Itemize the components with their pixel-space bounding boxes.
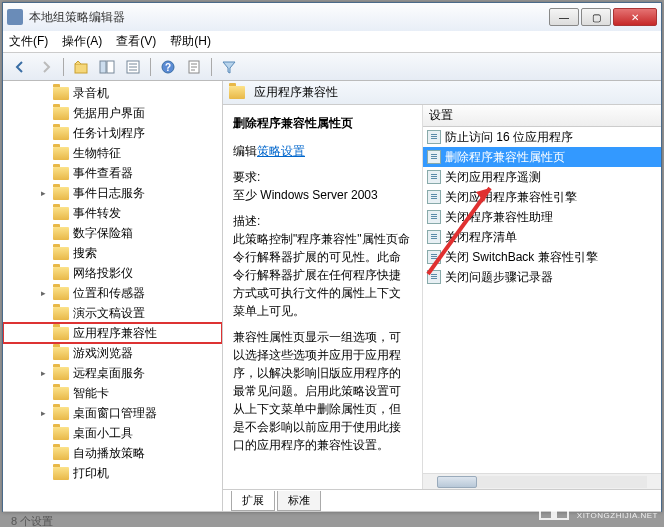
tree-item[interactable]: 凭据用户界面 [3,103,222,123]
folder-icon [53,447,69,460]
tree-pane[interactable]: 录音机凭据用户界面任务计划程序生物特征事件查看器事件日志服务事件转发数字保险箱搜… [3,81,223,511]
tree-item-label: 事件日志服务 [73,185,145,202]
tree-item[interactable]: 智能卡 [3,383,222,403]
setting-item[interactable]: 关闭 SwitchBack 兼容性引擎 [423,247,661,267]
status-text: 8 个设置 [11,515,53,527]
folder-icon [53,347,69,360]
folder-icon [53,187,69,200]
tab-standard[interactable]: 标准 [277,491,321,511]
folder-icon [53,427,69,440]
watermark-logo-icon [537,491,571,521]
policy-icon [427,270,441,284]
tree-item[interactable]: 桌面窗口管理器 [3,403,222,423]
filter-button[interactable] [218,56,240,78]
tree-item[interactable]: 位置和传感器 [3,283,222,303]
tree-item[interactable]: 桌面小工具 [3,423,222,443]
details-pane: 应用程序兼容性 删除程序兼容性属性页 编辑策略设置 要求:至少 Windows … [223,81,661,511]
tree-item-label: 远程桌面服务 [73,365,145,382]
export-list-button[interactable] [122,56,144,78]
toolbar-separator [63,58,64,76]
tree-item-label: 网络投影仪 [73,265,133,282]
content-area: 录音机凭据用户界面任务计划程序生物特征事件查看器事件日志服务事件转发数字保险箱搜… [3,81,661,511]
tree-item[interactable]: 任务计划程序 [3,123,222,143]
details-header-title: 应用程序兼容性 [254,84,338,101]
policy-icon [427,250,441,264]
edit-policy-link[interactable]: 策略设置 [257,144,305,158]
tree-item[interactable]: 搜索 [3,243,222,263]
tree-item-label: 搜索 [73,245,97,262]
tree-item[interactable]: 远程桌面服务 [3,363,222,383]
column-header-setting[interactable]: 设置 [423,105,661,127]
tree-item-label: 应用程序兼容性 [73,325,157,342]
folder-icon [53,407,69,420]
menu-view[interactable]: 查看(V) [116,33,156,50]
toolbar-separator [211,58,212,76]
show-hide-tree-button[interactable] [96,56,118,78]
requirements-value: 至少 Windows Server 2003 [233,188,378,202]
tab-extended[interactable]: 扩展 [231,491,275,511]
svg-text:?: ? [165,62,171,73]
menu-help[interactable]: 帮助(H) [170,33,211,50]
scrollbar-thumb[interactable] [437,476,477,488]
forward-button[interactable] [35,56,57,78]
setting-label: 防止访问 16 位应用程序 [445,129,573,146]
setting-item[interactable]: 关闭程序清单 [423,227,661,247]
folder-icon [53,467,69,480]
setting-item[interactable]: 关闭程序兼容性助理 [423,207,661,227]
selected-setting-title: 删除程序兼容性属性页 [233,115,412,132]
horizontal-scrollbar[interactable] [423,473,661,489]
tree-item[interactable]: 录音机 [3,83,222,103]
watermark: 系统之家 XITONGZHIJIA.NET [537,491,658,521]
tree-item-label: 智能卡 [73,385,109,402]
tree-item[interactable]: 生物特征 [3,143,222,163]
toolbar: ? [3,53,661,81]
tree-item[interactable]: 游戏浏览器 [3,343,222,363]
folder-icon [53,367,69,380]
menu-action[interactable]: 操作(A) [62,33,102,50]
folder-icon [53,287,69,300]
maximize-button[interactable]: ▢ [581,8,611,26]
close-button[interactable]: ✕ [613,8,657,26]
tree-item[interactable]: 演示文稿设置 [3,303,222,323]
details-description: 删除程序兼容性属性页 编辑策略设置 要求:至少 Windows Server 2… [223,105,423,489]
tree-item-label: 打印机 [73,465,109,482]
help-button[interactable]: ? [157,56,179,78]
setting-label: 关闭程序兼容性助理 [445,209,553,226]
window-title: 本地组策略编辑器 [29,9,549,26]
folder-icon [53,147,69,160]
setting-item[interactable]: 关闭应用程序遥测 [423,167,661,187]
tree-item[interactable]: 网络投影仪 [3,263,222,283]
tree-item[interactable]: 应用程序兼容性 [3,323,222,343]
folder-icon [53,207,69,220]
setting-item[interactable]: 防止访问 16 位应用程序 [423,127,661,147]
tree-item[interactable]: 事件日志服务 [3,183,222,203]
tree-item-label: 事件转发 [73,205,121,222]
folder-icon [53,387,69,400]
svg-rect-0 [75,64,87,73]
back-button[interactable] [9,56,31,78]
tree-item[interactable]: 数字保险箱 [3,223,222,243]
tree-item[interactable]: 事件查看器 [3,163,222,183]
setting-item[interactable]: 关闭问题步骤记录器 [423,267,661,287]
setting-label: 关闭问题步骤记录器 [445,269,553,286]
settings-list[interactable]: 防止访问 16 位应用程序删除程序兼容性属性页关闭应用程序遥测关闭应用程序兼容性… [423,127,661,473]
folder-icon [53,327,69,340]
toolbar-separator [150,58,151,76]
minimize-button[interactable]: — [549,8,579,26]
tree-item[interactable]: 打印机 [3,463,222,483]
menu-file[interactable]: 文件(F) [9,33,48,50]
requirements-label: 要求: [233,170,260,184]
policy-icon [427,150,441,164]
properties-button[interactable] [183,56,205,78]
up-button[interactable] [70,56,92,78]
folder-icon [53,247,69,260]
tree-item-label: 事件查看器 [73,165,133,182]
setting-item[interactable]: 关闭应用程序兼容性引擎 [423,187,661,207]
tree-item[interactable]: 自动播放策略 [3,443,222,463]
tree-item-label: 游戏浏览器 [73,345,133,362]
titlebar: 本地组策略编辑器 — ▢ ✕ [3,3,661,31]
tree-item-label: 桌面窗口管理器 [73,405,157,422]
setting-item[interactable]: 删除程序兼容性属性页 [423,147,661,167]
tree-item[interactable]: 事件转发 [3,203,222,223]
setting-label: 关闭程序清单 [445,229,517,246]
